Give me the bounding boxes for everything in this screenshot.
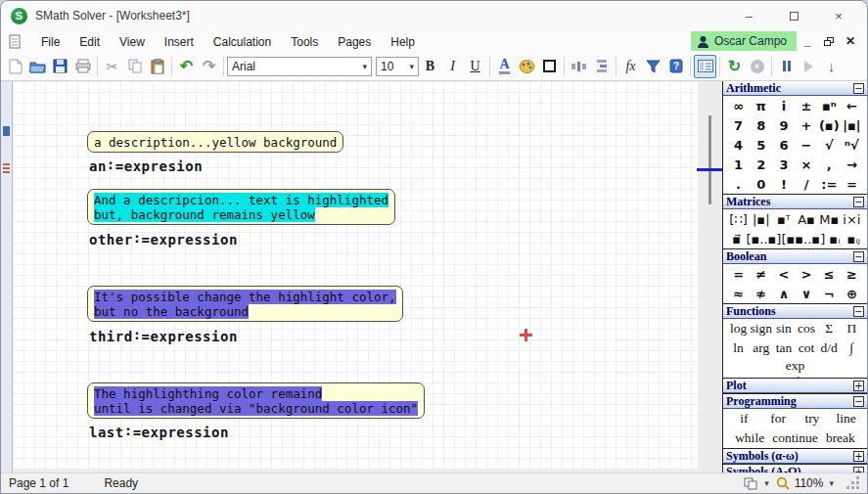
menu-view[interactable]: View	[110, 33, 155, 51]
palette-item[interactable]: ▪⃗	[727, 232, 746, 247]
palette-item[interactable]: −	[795, 138, 817, 153]
scroll-indicator[interactable]	[708, 115, 711, 204]
palette-item[interactable]: ▪ⁿ	[818, 99, 841, 113]
palette-item[interactable]: A▪	[795, 212, 817, 227]
collapse-icon[interactable]: −	[853, 251, 864, 262]
panel-header[interactable]: Symbols (α-ω)+	[723, 449, 867, 464]
palette-item[interactable]: ≥	[841, 267, 863, 282]
panel-header[interactable]: Programming−	[723, 394, 867, 409]
text-region[interactable]: The highlighthing color remainduntil is …	[87, 382, 425, 419]
step-button[interactable]: ↓	[820, 55, 843, 78]
page-view-button[interactable]	[744, 477, 757, 490]
left-dock-strip[interactable]	[1, 81, 13, 472]
palette-item[interactable]: ⊕	[841, 287, 863, 301]
palette-item[interactable]: ,	[818, 157, 841, 172]
palette-item[interactable]: [∷]	[727, 212, 750, 227]
palette-item[interactable]: M▪	[818, 212, 841, 227]
palette-item[interactable]: log	[727, 321, 750, 337]
font-family-select[interactable]: Arial ▾	[227, 57, 372, 76]
palette-item[interactable]: ▪ᵢ	[825, 232, 844, 247]
mdi-close-button[interactable]: ✕	[840, 32, 861, 50]
palette-item[interactable]: i×i	[841, 212, 863, 227]
panel-header[interactable]: Plot+	[723, 379, 867, 393]
document-icon[interactable]	[9, 34, 22, 49]
underline-button[interactable]: U	[464, 55, 486, 78]
palette-item[interactable]: Π	[841, 321, 863, 337]
palette-item[interactable]: 5	[750, 138, 772, 153]
undo-button[interactable]: ↶	[175, 55, 198, 78]
palette-item[interactable]: ≉	[750, 287, 772, 301]
text-region[interactable]: It's possible change the highlight color…	[87, 286, 403, 322]
collapse-icon[interactable]: −	[853, 83, 864, 94]
text-region[interactable]: a description...yellow background	[87, 131, 343, 153]
palette-item[interactable]: sin	[772, 321, 795, 337]
panel-header[interactable]: Matrices−	[723, 195, 867, 209]
palette-item[interactable]: ln	[727, 340, 750, 356]
cut-button[interactable]: ✂	[101, 55, 123, 78]
palette-item[interactable]: ∞	[727, 99, 750, 113]
palette-item[interactable]: !	[772, 177, 795, 192]
copy-button[interactable]	[123, 55, 146, 78]
palette-item[interactable]: ≈	[727, 287, 750, 301]
palette-item[interactable]: ≠	[750, 267, 772, 282]
align-vertical-button[interactable]	[590, 55, 613, 78]
palette-item[interactable]: exp	[727, 358, 863, 374]
palette-item[interactable]: ∨	[795, 287, 817, 301]
palette-item[interactable]: |▪|	[841, 118, 863, 133]
palette-item[interactable]: ∫	[841, 340, 863, 356]
palette-item[interactable]: if	[727, 411, 761, 427]
palette-item[interactable]: :=	[818, 177, 841, 192]
palette-item[interactable]: Σ	[818, 321, 841, 337]
pause-button[interactable]	[775, 55, 798, 78]
background-color-button[interactable]	[516, 55, 538, 78]
palette-item[interactable]: d/d	[818, 340, 841, 356]
palette-item[interactable]: =	[727, 267, 750, 282]
math-region[interactable]: other:=expression	[89, 232, 238, 247]
reference-button[interactable]: ?	[664, 55, 687, 78]
redo-button[interactable]: ↷	[198, 55, 220, 78]
palette-item[interactable]: ▪ᵀ	[772, 212, 795, 227]
palette-item[interactable]: cot	[795, 340, 817, 356]
palette-item[interactable]: ∧	[772, 287, 795, 301]
bold-button[interactable]: B	[419, 55, 441, 78]
palette-item[interactable]: ±	[795, 99, 817, 113]
resize-grip[interactable]	[847, 477, 859, 489]
menu-calculation[interactable]: Calculation	[204, 33, 281, 51]
palette-item[interactable]: π	[750, 99, 772, 113]
palette-item[interactable]: ≤	[818, 267, 841, 282]
palette-item[interactable]: [▪..▪]	[746, 232, 781, 247]
expand-icon[interactable]: +	[853, 451, 864, 462]
palette-item[interactable]: arg	[750, 340, 772, 356]
palette-item[interactable]: 9	[772, 118, 795, 133]
maximize-button[interactable]	[771, 2, 816, 29]
palette-item[interactable]: ¬	[818, 287, 841, 301]
zoom-button[interactable]	[776, 476, 790, 490]
math-region[interactable]: last:=expression	[89, 425, 229, 440]
panel-header[interactable]: Boolean−	[723, 249, 867, 264]
recalculate-button[interactable]: ↻	[723, 55, 746, 78]
palette-item[interactable]: >	[795, 267, 817, 282]
text-region[interactable]: And a descripcion... text is highlighted…	[87, 189, 395, 225]
menu-insert[interactable]: Insert	[155, 33, 204, 51]
palette-item[interactable]: break	[818, 430, 863, 446]
math-region[interactable]: an:=expresion	[89, 158, 203, 174]
border-button[interactable]	[538, 55, 561, 78]
palette-item[interactable]: 3	[772, 157, 795, 172]
font-size-select[interactable]: 10 ▾	[376, 57, 419, 76]
palette-item[interactable]: 8	[750, 118, 772, 133]
minimize-button[interactable]: –	[726, 2, 771, 29]
close-button[interactable]: ×	[816, 2, 861, 29]
palette-item[interactable]: ⁿ√	[841, 138, 863, 153]
new-button[interactable]	[4, 55, 26, 78]
chevron-down-icon[interactable]: ▾	[764, 478, 769, 488]
palette-item[interactable]: for	[761, 411, 796, 427]
menu-edit[interactable]: Edit	[69, 33, 110, 51]
interrupt-button[interactable]: ×	[746, 55, 768, 78]
play-button[interactable]	[798, 55, 820, 78]
palette-item[interactable]: 7	[727, 118, 750, 133]
function-insert-button[interactable]: fx	[619, 55, 642, 78]
mdi-minimize-button[interactable]: _	[797, 32, 818, 50]
palette-item[interactable]: +	[795, 118, 817, 133]
palette-item[interactable]: (▪)	[818, 118, 841, 133]
italic-button[interactable]: I	[441, 55, 464, 78]
